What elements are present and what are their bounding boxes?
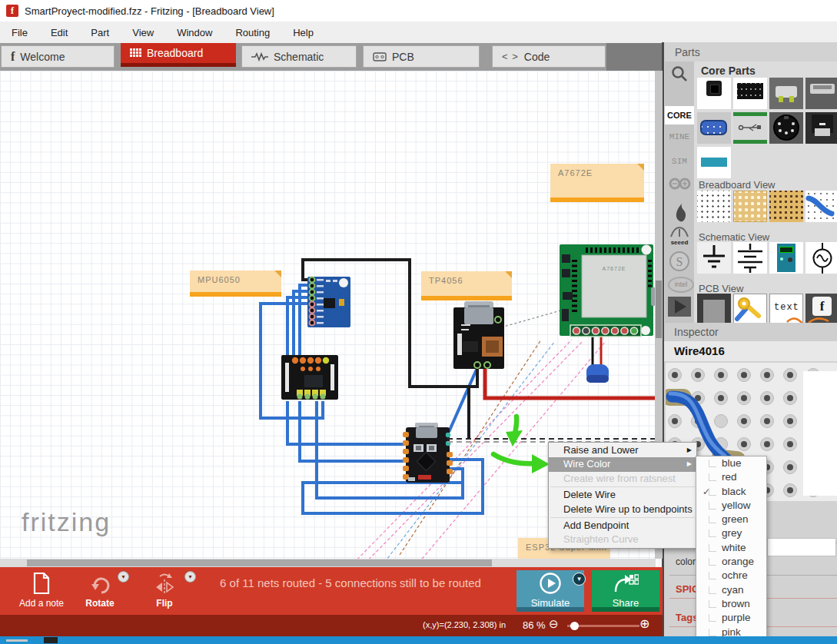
color-option-orange[interactable]: orange xyxy=(696,555,766,569)
wire-color-submenu: blue red ✓black yellow green grey white … xyxy=(696,456,767,640)
zoom-out-icon[interactable]: ⊖ xyxy=(549,617,559,631)
part-ac-source[interactable] xyxy=(805,242,837,274)
tags-section-label[interactable]: Tags xyxy=(676,612,698,623)
a7672e-board[interactable]: A7672E xyxy=(560,244,658,337)
tab-breadboard[interactable]: Breadboard xyxy=(121,43,236,67)
share-button[interactable]: Share xyxy=(592,570,659,607)
color-option-purple[interactable]: purple xyxy=(696,611,766,625)
color-option-grey[interactable]: grey xyxy=(696,526,766,540)
part-battery-symbol[interactable] xyxy=(733,242,767,274)
zoom-slider[interactable] xyxy=(567,625,639,627)
part-smd-resistor[interactable] xyxy=(697,147,731,178)
menu-part[interactable]: Part xyxy=(79,27,121,38)
capacitor[interactable] xyxy=(586,364,609,383)
play-icon xyxy=(539,572,562,595)
part-dark-connector[interactable] xyxy=(805,112,837,144)
seeed-icon[interactable]: seeed xyxy=(666,226,693,246)
part-power-supply[interactable] xyxy=(769,242,803,274)
part-perfboard[interactable] xyxy=(697,191,731,222)
menu-item-raise-and-lower[interactable]: Raise and Lower▶ xyxy=(549,443,696,457)
horizontal-scrollbar[interactable] xyxy=(0,559,656,567)
part-din-connector[interactable] xyxy=(769,112,803,144)
red-wire[interactable] xyxy=(485,367,659,398)
menu-item-delete-wire-bendpoints[interactable]: Delete Wire up to bendpoints xyxy=(549,503,696,516)
cursor-coordinates: (x,y)=(2.230, 2.308) in xyxy=(369,620,506,629)
motor-driver-board[interactable] xyxy=(281,355,338,400)
note-mpu6050[interactable]: MPU6050 xyxy=(190,271,281,297)
menu-file[interactable]: File xyxy=(0,27,39,38)
menu-view[interactable]: View xyxy=(121,27,165,38)
title-bar[interactable]: f SmartProyect-modified.fzz - Fritzing -… xyxy=(0,0,837,22)
zoom-slider-knob[interactable] xyxy=(570,622,579,630)
status-bar: (x,y)=(2.230, 2.308) in 86 % ⊖ ⊕ xyxy=(0,615,663,636)
tp4056-board[interactable] xyxy=(453,301,504,369)
fritzing-watermark: fritzing xyxy=(22,507,111,537)
rotate-dropdown[interactable]: ▾ xyxy=(118,571,129,583)
windows-taskbar-edge[interactable] xyxy=(0,636,837,644)
checkbox xyxy=(709,488,716,496)
menu-window[interactable]: Window xyxy=(165,27,224,38)
part-fritzing-logo[interactable]: f xyxy=(805,294,837,323)
part-power-jack[interactable] xyxy=(697,78,731,109)
add-note-button[interactable]: Add a note xyxy=(11,572,72,609)
color-option-brown[interactable]: brown xyxy=(696,597,766,611)
taskbar-item[interactable] xyxy=(6,639,28,642)
tab-pcb[interactable]: PCB xyxy=(363,45,480,68)
note-a7672e[interactable]: A7672E xyxy=(550,164,644,202)
part-ground-symbol[interactable] xyxy=(697,242,731,274)
rotate-icon xyxy=(88,572,111,595)
part-pcb-board[interactable] xyxy=(697,294,731,323)
flip-dropdown[interactable]: ▾ xyxy=(184,571,196,583)
color-option-white[interactable]: white xyxy=(696,541,766,555)
rotate-label: Rotate xyxy=(75,598,125,609)
mpu6050-board[interactable] xyxy=(307,277,350,327)
tab-code[interactable]: < > Code xyxy=(492,45,606,68)
note-tp4056[interactable]: TP4056 xyxy=(421,271,512,300)
search-icon[interactable] xyxy=(670,65,689,86)
part-breadboard-mini[interactable] xyxy=(769,191,803,222)
part-db9-serial[interactable] xyxy=(697,112,731,144)
part-microusb-b[interactable] xyxy=(805,78,837,109)
color-field-box[interactable] xyxy=(767,538,836,556)
tab-schematic[interactable]: Schematic xyxy=(241,45,357,68)
bin-tab-core[interactable]: CORE xyxy=(665,106,694,124)
part-microusb-a[interactable] xyxy=(769,78,803,109)
part-via[interactable] xyxy=(733,294,767,323)
part-idc-connector[interactable] xyxy=(733,78,767,109)
h-scroll-thumb[interactable] xyxy=(27,559,492,566)
zoom-in-icon[interactable]: ⊕ xyxy=(639,616,649,631)
tab-welcome[interactable]: f Welcome xyxy=(1,45,115,68)
simulate-dropdown[interactable]: ▾ xyxy=(573,573,586,586)
color-option-red[interactable]: red xyxy=(696,470,766,484)
color-option-ochre[interactable]: ochre xyxy=(696,569,766,583)
flip-button[interactable]: Flip xyxy=(143,572,186,609)
v-scroll-thumb[interactable] xyxy=(656,281,662,338)
bin-tab-sim[interactable]: SIM xyxy=(665,157,694,166)
color-option-cyan[interactable]: cyan xyxy=(696,583,766,597)
color-option-yellow[interactable]: yellow xyxy=(696,499,766,513)
color-option-green[interactable]: green xyxy=(696,513,766,526)
part-breadboard-small[interactable] xyxy=(733,191,767,222)
part-jumper-wire[interactable] xyxy=(805,191,837,222)
menu-item-add-bendpoint[interactable]: Add Bendpoint xyxy=(549,519,696,533)
esp32-board[interactable] xyxy=(403,423,453,483)
arduino-icon[interactable] xyxy=(667,175,692,195)
sparkfun-icon[interactable]: S xyxy=(669,251,690,275)
bin-tab-mine[interactable]: MINE xyxy=(665,132,694,141)
menu-item-wire-color[interactable]: Wire Color▶ xyxy=(549,457,696,471)
parts-nav: CORE MINE SIM seeed S intel xyxy=(665,61,694,330)
part-usb-connector[interactable] xyxy=(733,112,767,144)
part-silkscreen-text[interactable]: text xyxy=(769,294,803,323)
tab-breadboard-label: Breadboard xyxy=(147,47,203,59)
menu-edit[interactable]: Edit xyxy=(39,27,79,38)
adafruit-flame-icon[interactable] xyxy=(671,201,689,226)
color-option-blue[interactable]: blue xyxy=(696,456,766,470)
parallax-icon[interactable] xyxy=(668,297,691,317)
intel-icon[interactable]: intel xyxy=(668,277,694,293)
note-label: MPU6050 xyxy=(198,275,241,284)
taskbar-item[interactable] xyxy=(44,637,58,643)
menu-help[interactable]: Help xyxy=(281,27,325,38)
menu-routing[interactable]: Routing xyxy=(224,27,281,38)
menu-item-delete-wire[interactable]: Delete Wire xyxy=(549,488,696,502)
color-option-black[interactable]: ✓black xyxy=(696,485,766,499)
